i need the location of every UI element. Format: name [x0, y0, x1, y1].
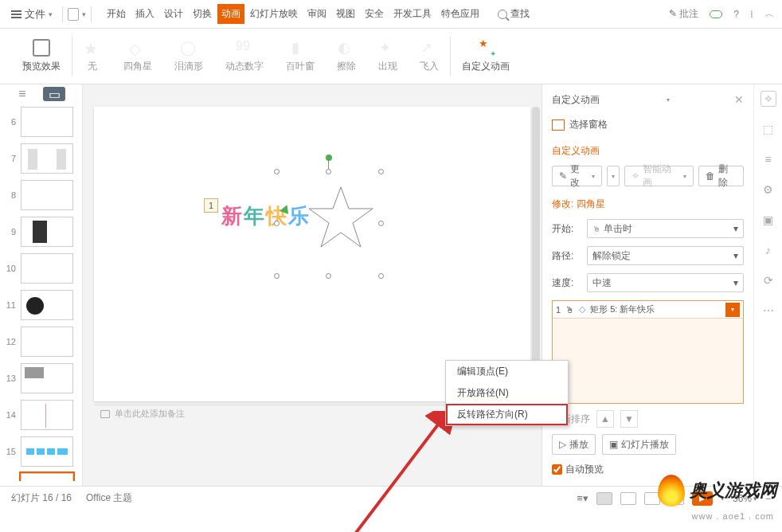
ribbon-tab[interactable]: 切换: [189, 4, 216, 24]
animation-effect-四角星[interactable]: 四角星: [112, 39, 163, 73]
context-menu-item[interactable]: 反转路径方向(R): [446, 404, 568, 425]
preview-effect-button[interactable]: 预览效果: [11, 39, 72, 73]
slide-thumbnail[interactable]: [21, 327, 73, 357]
pane-title: 自定义动画: [552, 93, 600, 107]
effect-list[interactable]: 1 🖱 ◇ 矩形 5: 新年快乐 ▾: [552, 300, 744, 404]
selection-pane-button[interactable]: 选择窗格: [552, 118, 744, 131]
auto-preview-checkbox[interactable]: 自动预览: [552, 463, 744, 476]
section-header: 自定义动画: [552, 144, 744, 158]
resize-handle[interactable]: [274, 273, 280, 279]
start-trigger-dropdown[interactable]: 🖱单击时▾: [587, 219, 744, 238]
resize-handle[interactable]: [378, 169, 384, 174]
ribbon-tab[interactable]: 视图: [332, 4, 359, 24]
animation-effect-泪滴形[interactable]: 泪滴形: [163, 39, 214, 73]
outline-view-button[interactable]: ≡: [11, 87, 33, 101]
resize-handle[interactable]: [378, 273, 384, 279]
thumbnail-list[interactable]: 678910111213141516: [0, 104, 82, 481]
ribbon-tab[interactable]: 动画: [217, 4, 244, 24]
chevron-down-icon[interactable]: ▾: [721, 495, 725, 503]
sidetab-shape-icon[interactable]: ⬚: [760, 121, 776, 137]
smart-animation-button[interactable]: ✧ 智能动画 ▾: [624, 166, 694, 186]
resize-handle[interactable]: [274, 221, 280, 226]
normal-view-button[interactable]: [596, 492, 612, 505]
ribbon-tab[interactable]: 开始: [103, 4, 130, 24]
sidetab-audio-icon[interactable]: ♪: [760, 242, 776, 258]
slide-thumbnail[interactable]: [21, 253, 73, 284]
chevron-down-icon[interactable]: ▾: [82, 10, 86, 18]
context-menu: 编辑顶点(E)开放路径(N)反转路径方向(R): [445, 360, 569, 426]
document-icon[interactable]: [68, 8, 79, 21]
slide-thumbnail[interactable]: [21, 290, 73, 320]
animation-effect-飞入[interactable]: 飞入: [409, 39, 450, 73]
slideshow-play-button[interactable]: ▣ 幻灯片播放: [602, 434, 676, 455]
slide-thumbnail[interactable]: [21, 107, 73, 137]
resize-handle[interactable]: [378, 221, 384, 226]
effect-item-dropdown[interactable]: ▾: [725, 303, 740, 317]
move-down-button[interactable]: ▼: [620, 410, 638, 428]
close-pane-button[interactable]: ✕: [734, 93, 744, 106]
speed-dropdown[interactable]: 中速▾: [587, 273, 744, 292]
sidetab-sync-icon[interactable]: ⟳: [760, 272, 776, 288]
sidetab-image-icon[interactable]: ▣: [760, 212, 776, 228]
search-label: 查找: [510, 7, 530, 21]
ribbon-tab[interactable]: 审阅: [303, 4, 330, 24]
resize-handle[interactable]: [274, 169, 280, 174]
auto-preview-input[interactable]: [552, 464, 562, 475]
help-icon[interactable]: ?: [733, 9, 739, 20]
play-button[interactable]: ▷ 播放: [552, 434, 596, 455]
delete-effect-button[interactable]: 🗑 删除: [698, 166, 744, 186]
custom-animation-button[interactable]: 自定义动画: [451, 39, 521, 73]
app-menu-button[interactable]: 文件 ▾: [6, 4, 57, 25]
rotate-handle[interactable]: [326, 155, 332, 161]
move-up-button[interactable]: ▲: [596, 410, 614, 428]
slide-thumbnail[interactable]: [21, 217, 73, 247]
collapse-ribbon-icon[interactable]: ︿: [764, 7, 774, 21]
annotate-button[interactable]: ✎ 批注: [669, 7, 698, 21]
ribbon-tab[interactable]: 开发工具: [389, 4, 436, 24]
sorter-view-button[interactable]: [620, 492, 636, 505]
zoom-control[interactable]: 36% ▾: [733, 493, 757, 504]
animation-effect-擦除[interactable]: 擦除: [326, 39, 367, 73]
animation-effect-无[interactable]: 无: [72, 39, 112, 73]
notes-view-button[interactable]: [668, 492, 684, 505]
slide-thumbnail[interactable]: [21, 473, 73, 481]
ribbon-tab[interactable]: 设计: [160, 4, 187, 24]
view-menu-icon[interactable]: ≡▾: [577, 492, 588, 504]
slide-thumbnail[interactable]: [21, 400, 73, 430]
reading-view-button[interactable]: [644, 492, 660, 505]
resize-handle[interactable]: [326, 273, 331, 279]
ribbon-tab[interactable]: 幻灯片放映: [246, 4, 302, 24]
slide-canvas[interactable]: 1 新年快乐: [94, 107, 530, 401]
animation-sequence-tag[interactable]: 1: [204, 198, 218, 213]
cloud-sync-icon[interactable]: [710, 10, 722, 18]
slide-thumbnail[interactable]: [21, 436, 73, 467]
ribbon-tab[interactable]: 安全: [361, 4, 388, 24]
ribbon: 预览效果 无四角星泪滴形动态数字百叶窗擦除出现飞入 自定义动画: [0, 29, 782, 84]
resize-handle[interactable]: [326, 169, 331, 174]
change-effect-button[interactable]: ✎ 更改 ▾: [552, 166, 602, 186]
sidetab-layers-icon[interactable]: ≡: [760, 151, 776, 167]
slide-thumbnail[interactable]: [21, 180, 73, 210]
slide-thumbnail[interactable]: [21, 143, 73, 174]
path-lock-dropdown[interactable]: 解除锁定▾: [587, 246, 744, 265]
ribbon-tab[interactable]: 特色应用: [437, 4, 483, 24]
sidetab-settings-icon[interactable]: ⚙: [760, 182, 776, 198]
canvas-scrollbar[interactable]: [532, 107, 540, 393]
sidetab-more-icon[interactable]: ⋯: [760, 303, 776, 319]
animation-effect-百叶窗[interactable]: 百叶窗: [275, 39, 326, 73]
context-menu-item[interactable]: 开放路径(N): [446, 382, 568, 404]
ribbon-tab[interactable]: 插入: [131, 4, 158, 24]
thumbnail-view-button[interactable]: ▭: [43, 87, 65, 101]
slideshow-button[interactable]: ▶: [692, 491, 713, 506]
options-icon[interactable]: ⁞: [750, 9, 753, 20]
motion-path-star[interactable]: [305, 183, 377, 255]
animation-effect-动态数字[interactable]: 动态数字: [214, 39, 275, 73]
context-menu-item[interactable]: 编辑顶点(E): [446, 361, 568, 382]
animation-effect-出现[interactable]: 出现: [367, 39, 409, 73]
change-effect-dropdown[interactable]: ▾: [607, 166, 620, 186]
zoom-out-button[interactable]: −: [765, 493, 771, 504]
search-button[interactable]: 查找: [498, 7, 530, 21]
slide-thumbnail[interactable]: [21, 363, 73, 393]
effect-list-item[interactable]: 1 🖱 ◇ 矩形 5: 新年快乐 ▾: [553, 301, 743, 319]
sidetab-star-icon[interactable]: ✧: [760, 91, 776, 107]
